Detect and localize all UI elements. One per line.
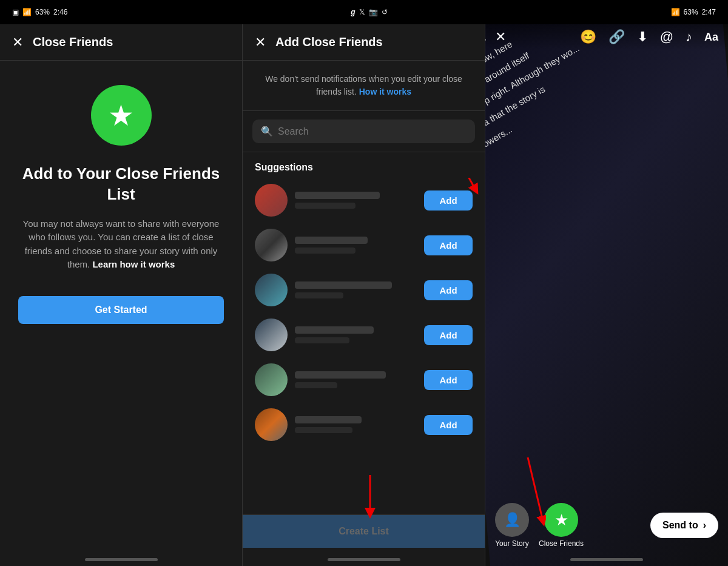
subname-line-2 (295, 248, 356, 254)
story-top-bar: ✕ 😊 🔗 ⬇ @ ♪ Aa (485, 24, 728, 50)
suggestion-item-4: Add (243, 312, 485, 357)
send-to-label: Send to (662, 520, 698, 531)
username-line-5 (295, 371, 386, 379)
home-indicator-1 (0, 548, 242, 566)
signal-icon: 📶 (22, 8, 32, 16)
suggestions-list: Add (243, 178, 485, 514)
star-icon: ★ (108, 98, 134, 132)
avatar-3 (255, 274, 288, 306)
main-content: ✕ Close Friends ★ Add to Your Close Frie… (0, 24, 728, 566)
how-it-works-link[interactable]: How it works (359, 87, 411, 96)
username-line-2 (295, 237, 368, 244)
home-bar-1 (85, 558, 158, 561)
get-started-button[interactable]: Get Started (18, 296, 224, 324)
svg-line-5 (528, 457, 543, 521)
time-right: 2:47 (702, 8, 716, 16)
user-info-3 (295, 281, 417, 298)
signal-right-icon: 📶 (671, 8, 680, 16)
user-info-4 (295, 326, 417, 343)
avatar-4 (255, 318, 288, 351)
arrow-icon: ↺ (382, 8, 388, 16)
add-button-2[interactable]: Add (424, 235, 473, 255)
add-button-3[interactable]: Add (424, 280, 473, 300)
search-icon: 🔍 (261, 126, 273, 137)
avatar-1 (255, 184, 288, 217)
download-icon[interactable]: ⬇ (637, 29, 648, 45)
chevron-right-icon: › (703, 520, 706, 531)
user-info-6 (295, 416, 417, 433)
search-container: 🔍 (243, 111, 485, 152)
wifi-icon: ▣ (12, 8, 19, 16)
panel2-inner: We don't send notifications when you edi… (243, 61, 485, 566)
username-line-6 (295, 416, 362, 423)
avatar-2 (255, 229, 288, 261)
subname-line-5 (295, 382, 337, 388)
suggestion-item-3: Add (243, 268, 485, 312)
status-center: g 𝕏 📷 ↺ (351, 8, 387, 16)
time-left: 2:46 (53, 8, 67, 16)
subname-line-1 (295, 203, 356, 209)
panel1-description: You may not always want to share with ev… (18, 217, 224, 272)
status-bar: ▣ 📶 63% 2:46 g 𝕏 📷 ↺ 📶 63% 2:47 (0, 0, 728, 24)
your-story-label: Your Story (495, 539, 529, 548)
mention-icon[interactable]: @ (660, 29, 673, 45)
red-arrow-1 (436, 178, 485, 196)
panel1-header: ✕ Close Friends (0, 24, 242, 61)
close-friends-avatar: ★ (544, 503, 578, 537)
story-close-button[interactable]: ✕ (495, 29, 506, 45)
panel2-header: ✕ Add Close Friends (243, 24, 485, 61)
panel1-close-button[interactable]: ✕ (12, 35, 23, 50)
status-right: 📶 63% 2:47 (671, 8, 716, 16)
suggestion-item-6: Add (243, 402, 485, 447)
panel-close-friends: ✕ Close Friends ★ Add to Your Close Frie… (0, 24, 243, 566)
battery-left: 63% (35, 8, 50, 16)
emoji-icon[interactable]: 😊 (580, 29, 596, 45)
red-arrow-3 (497, 454, 546, 527)
send-to-button[interactable]: Send to › (650, 513, 718, 538)
music-icon[interactable]: ♪ (686, 29, 692, 45)
user-info-2 (295, 237, 417, 254)
panel-story: Close friends feature, you could add the… (485, 24, 728, 566)
user-info-1 (295, 192, 417, 209)
panel1-title: Close Friends (33, 35, 113, 49)
suggestion-item-2: Add (243, 223, 485, 268)
subname-line-4 (295, 337, 349, 343)
twitter-icon: 𝕏 (359, 8, 365, 16)
avatar-6 (255, 408, 288, 441)
battery-right: 63% (684, 8, 698, 16)
home-bar-3 (570, 558, 643, 561)
g-icon: g (351, 8, 355, 16)
learn-link[interactable]: Learn how it works (92, 259, 175, 269)
link-icon[interactable]: 🔗 (608, 29, 625, 45)
subname-line-3 (295, 292, 343, 298)
create-list-wrapper: Create List (243, 514, 485, 548)
status-left: ▣ 📶 63% 2:46 (12, 8, 67, 16)
add-button-5[interactable]: Add (424, 370, 473, 390)
home-bar-2 (328, 558, 400, 561)
suggestion-item-1: Add (243, 178, 485, 223)
panel1-heading: Add to Your Close Friends List (18, 164, 224, 205)
username-line-4 (295, 326, 374, 334)
panel2-close-button[interactable]: ✕ (255, 35, 266, 50)
panel1-body: ★ Add to Your Close Friends List You may… (0, 61, 242, 548)
red-arrow-2 (346, 472, 394, 521)
text-size-icon[interactable]: Aa (704, 31, 718, 44)
close-friends-story-label: Close Friends (539, 539, 584, 548)
avatar-5 (255, 363, 288, 396)
panel2-notice: We don't send notifications when you edi… (243, 61, 485, 111)
add-button-4[interactable]: Add (424, 325, 473, 345)
home-indicator-2 (243, 548, 485, 566)
panel2-title: Add Close Friends (275, 35, 383, 49)
add-button-6[interactable]: Add (424, 415, 473, 435)
subname-line-6 (295, 427, 352, 433)
panel-add-close-friends: ✕ Add Close Friends We don't send notifi… (243, 24, 485, 566)
camera-icon: 📷 (369, 8, 378, 16)
close-friends-star-icon: ★ (554, 511, 568, 530)
suggestion-item-5: Add (243, 357, 485, 402)
story-icons: 😊 🔗 ⬇ @ ♪ Aa (580, 29, 718, 45)
search-input[interactable] (278, 126, 467, 137)
home-indicator-3 (485, 548, 728, 566)
red-arrow-3-wrapper (497, 454, 546, 530)
username-line-1 (295, 192, 380, 199)
search-box: 🔍 (252, 120, 475, 143)
